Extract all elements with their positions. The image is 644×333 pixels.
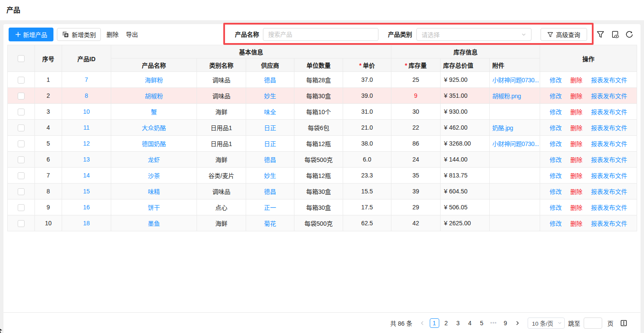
page-number-1[interactable]: 1 (430, 318, 439, 328)
cell-actions: 修改删除报表发布文件 (540, 72, 637, 88)
advanced-query-button[interactable]: 高级查询 (541, 28, 587, 41)
product-name-link[interactable]: 蟹 (151, 109, 157, 115)
product-id-link[interactable]: 11 (83, 124, 90, 131)
next-page-button[interactable] (513, 318, 522, 328)
column-settings-icon[interactable] (611, 31, 619, 38)
supplier-link[interactable]: 德昌 (264, 156, 276, 163)
edit-link[interactable]: 修改 (550, 124, 562, 131)
report-link[interactable]: 报表发布文件 (591, 220, 627, 227)
product-name-link[interactable]: 墨鱼 (148, 220, 160, 227)
product-id-link[interactable]: 16 (83, 204, 90, 211)
product-id-link[interactable]: 14 (83, 172, 90, 179)
delete-link[interactable]: 删除 (570, 109, 582, 115)
report-link[interactable]: 报表发布文件 (591, 172, 627, 179)
supplier-link[interactable]: 日正 (264, 124, 276, 131)
select-all-checkbox[interactable] (18, 55, 25, 62)
page-number-9[interactable]: 9 (501, 318, 510, 328)
cell-unit-qty: 每袋500克 (294, 215, 343, 231)
filter-icon[interactable] (597, 31, 604, 38)
delete-link[interactable]: 删除 (570, 124, 582, 131)
delete-link[interactable]: 删除 (570, 188, 582, 195)
report-link[interactable]: 报表发布文件 (591, 109, 627, 115)
product-name-link[interactable]: 海鲜粉 (145, 77, 163, 84)
row-checkbox[interactable] (18, 220, 25, 227)
report-link[interactable]: 报表发布文件 (591, 124, 627, 131)
row-checkbox[interactable] (18, 77, 25, 84)
report-link[interactable]: 报表发布文件 (591, 77, 627, 84)
page-number-4[interactable]: 4 (465, 318, 475, 328)
product-name-link[interactable]: 饼干 (148, 204, 160, 211)
export-button[interactable]: 导出 (126, 28, 138, 41)
report-link[interactable]: 报表发布文件 (591, 156, 627, 163)
row-checkbox[interactable] (18, 204, 25, 211)
page-ellipsis[interactable]: ••• (489, 318, 498, 328)
edit-link[interactable]: 修改 (550, 77, 562, 84)
edit-link[interactable]: 修改 (550, 140, 562, 147)
total-count: 共 86 条 (390, 319, 412, 327)
row-checkbox[interactable] (18, 124, 25, 131)
product-id-link[interactable]: 15 (83, 188, 90, 195)
delete-link[interactable]: 删除 (570, 77, 582, 84)
report-link[interactable]: 报表发布文件 (591, 188, 627, 195)
page-number-3[interactable]: 3 (453, 318, 463, 328)
product-id-link[interactable]: 18 (83, 220, 90, 227)
page-number-2[interactable]: 2 (441, 318, 451, 328)
product-name-link[interactable]: 大众奶酪 (142, 124, 166, 131)
product-name-link[interactable]: 味精 (148, 188, 160, 195)
supplier-link[interactable]: 德昌 (264, 77, 276, 84)
attachment-link[interactable]: 胡椒粉.png (492, 91, 539, 100)
product-id-link[interactable]: 13 (83, 156, 90, 163)
report-link[interactable]: 报表发布文件 (591, 93, 627, 100)
refresh-icon[interactable] (625, 31, 633, 38)
edit-link[interactable]: 修改 (550, 93, 562, 100)
edit-link[interactable]: 修改 (550, 156, 562, 163)
edit-link[interactable]: 修改 (550, 109, 562, 115)
product-name-link[interactable]: 龙虾 (148, 156, 160, 163)
attachment-link[interactable]: 小财神问题0730... (492, 139, 539, 148)
attachment-link[interactable]: 小财神问题0730... (492, 75, 539, 84)
supplier-link[interactable]: 味全 (264, 109, 276, 115)
product-id-link[interactable]: 10 (83, 108, 90, 115)
delete-button[interactable]: 删除 (106, 28, 119, 41)
supplier-link[interactable]: 妙生 (264, 93, 276, 100)
page-number-5[interactable]: 5 (477, 318, 487, 328)
supplier-link[interactable]: 日正 (264, 140, 276, 147)
supplier-link[interactable]: 妙生 (264, 172, 276, 179)
edit-link[interactable]: 修改 (550, 204, 562, 211)
delete-link[interactable]: 删除 (570, 204, 582, 211)
product-name-link[interactable]: 胡椒粉 (145, 93, 163, 100)
row-checkbox[interactable] (18, 188, 25, 195)
page-size-select[interactable]: 10 条/页 (528, 317, 565, 329)
product-name-input[interactable] (263, 28, 378, 41)
product-id-link[interactable]: 12 (83, 140, 90, 147)
report-link[interactable]: 报表发布文件 (591, 204, 627, 211)
row-checkbox[interactable] (18, 172, 25, 179)
delete-link[interactable]: 删除 (570, 93, 582, 100)
product-name-link[interactable]: 沙茶 (148, 172, 160, 179)
supplier-link[interactable]: 德昌 (264, 188, 276, 195)
supplier-link[interactable]: 正一 (264, 204, 276, 211)
edit-link[interactable]: 修改 (550, 220, 562, 227)
add-category-button[interactable]: 新增类别 (57, 28, 101, 41)
delete-link[interactable]: 删除 (570, 172, 582, 179)
resize-vertical-icon[interactable] (620, 320, 627, 327)
supplier-link[interactable]: 菊花 (264, 220, 276, 227)
row-checkbox[interactable] (18, 93, 25, 100)
product-id-link[interactable]: 8 (85, 92, 88, 99)
report-link[interactable]: 报表发布文件 (591, 140, 627, 147)
add-product-button[interactable]: 新增产品 (9, 28, 53, 41)
row-checkbox[interactable] (18, 109, 25, 115)
delete-link[interactable]: 删除 (570, 156, 582, 163)
row-checkbox[interactable] (18, 156, 25, 163)
prev-page-button[interactable] (418, 318, 427, 328)
edit-link[interactable]: 修改 (550, 172, 562, 179)
row-checkbox[interactable] (18, 140, 25, 147)
delete-link[interactable]: 删除 (570, 220, 582, 227)
edit-link[interactable]: 修改 (550, 188, 562, 195)
jump-page-input[interactable] (584, 317, 602, 329)
product-name-link[interactable]: 德国奶酪 (142, 140, 166, 147)
product-category-select[interactable]: 请选择 (416, 28, 531, 41)
attachment-link[interactable]: 奶酪.jpg (492, 123, 539, 132)
product-id-link[interactable]: 7 (85, 76, 88, 83)
delete-link[interactable]: 删除 (570, 140, 582, 147)
